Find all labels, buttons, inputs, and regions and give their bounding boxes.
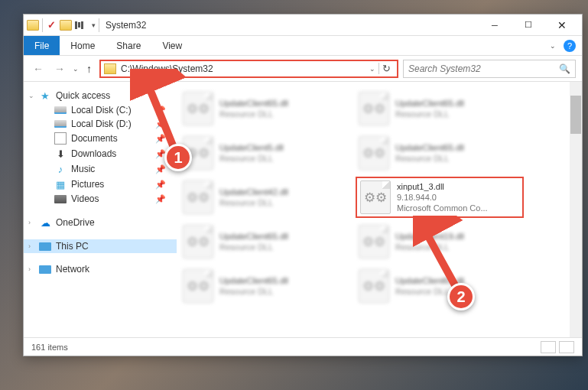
search-icon[interactable]: 🔍 xyxy=(559,63,570,74)
ribbon-tabs: File Home Share View ⌄ ? xyxy=(24,36,582,56)
dll-icon: ⚙⚙ xyxy=(183,225,213,258)
tab-share[interactable]: Share xyxy=(106,36,151,55)
file-type: Resource DLL xyxy=(219,153,284,164)
qat-dropdown-icon[interactable]: ▾ xyxy=(92,21,96,29)
file-item[interactable]: ⚙⚙UpdateClient65.dllResource DLL xyxy=(356,88,524,129)
minimize-button[interactable]: ─ xyxy=(478,15,512,36)
sidebar-onedrive[interactable]: ›☁OneDrive xyxy=(24,215,177,230)
address-folder-icon xyxy=(104,63,116,74)
file-name: UpdateClient65.dll xyxy=(219,275,288,286)
file-type: Resource DLL xyxy=(219,242,288,252)
dll-icon: ⚙⚙ xyxy=(359,225,389,258)
dll-icon: ⚙⚙ xyxy=(183,92,213,125)
file-item[interactable]: ⚙⚙xinput1_3.dll9.18.944.0Microsoft Commo… xyxy=(356,177,524,218)
sidebar-this-pc[interactable]: ›This PC xyxy=(24,239,177,253)
sidebar-music[interactable]: ♪Music📌 xyxy=(24,161,177,177)
scrollbar[interactable] xyxy=(570,82,582,337)
help-icon[interactable]: ? xyxy=(564,40,576,52)
ribbon-expand-icon[interactable]: ⌄ xyxy=(550,42,556,50)
file-item[interactable]: ⚙⚙UpdateClient42.dllResource DLL xyxy=(180,177,348,218)
file-name: UpdateClient19.dll xyxy=(395,231,464,242)
file-version: 9.18.944.0 xyxy=(397,192,488,203)
file-item[interactable]: ⚙⚙UpdateClient65.dllResource DLL xyxy=(180,221,348,262)
file-type: Resource DLL xyxy=(395,109,464,119)
sidebar-documents[interactable]: Documents📌 xyxy=(24,131,177,146)
history-dropdown-icon[interactable]: ⌄ xyxy=(73,65,79,73)
file-item[interactable]: ⚙⚙UpdateClient65.dllResource DLL xyxy=(180,88,348,129)
search-input[interactable] xyxy=(408,63,559,74)
file-type: Resource DLL xyxy=(219,109,288,119)
sidebar-item-label: Downloads xyxy=(71,148,116,159)
nav-toolbar: ← → ⌄ ↑ C:\Windows\System32 ⌄ ↻ 🔍 xyxy=(24,56,582,82)
maximize-button[interactable]: ☐ xyxy=(512,15,545,36)
sidebar-quick-access[interactable]: ⌄★Quick access xyxy=(24,88,177,103)
dll-icon: ⚙⚙ xyxy=(359,136,389,170)
pin-icon: 📌 xyxy=(155,119,172,129)
sidebar-downloads[interactable]: ⬇Downloads📌 xyxy=(24,146,177,161)
sidebar-item-label: Videos xyxy=(71,193,99,204)
file-name: UpdateClient65.dll xyxy=(219,98,288,109)
sidebar-item-label: Local Disk (D:) xyxy=(71,119,132,129)
file-type: Resource DLL xyxy=(395,153,464,164)
sidebar-item-label: Music xyxy=(71,164,95,174)
qat-properties-icon[interactable]: ✓ xyxy=(46,20,57,31)
dll-icon: ⚙⚙ xyxy=(183,269,213,303)
address-path[interactable]: C:\Windows\System32 xyxy=(121,63,366,74)
tab-file[interactable]: File xyxy=(24,36,60,55)
nav-pane: ⌄★Quick access Local Disk (C:)📌 Local Di… xyxy=(24,82,177,337)
qat-newfolder-icon[interactable] xyxy=(60,20,72,31)
file-item[interactable]: ⚙⚙UpdateClient19.dllResource DLL xyxy=(356,221,524,262)
refresh-button[interactable]: ↻ xyxy=(378,63,394,74)
file-item[interactable]: ⚙⚙UpdateClient65.dllResource DLL xyxy=(180,265,348,307)
explorer-window: ✓ ▾ System32 ─ ☐ ✕ File Home Share View … xyxy=(23,14,583,356)
annotation-callout-1: 1 xyxy=(164,144,192,171)
dll-icon: ⚙⚙ xyxy=(360,180,391,214)
address-bar[interactable]: C:\Windows\System32 ⌄ ↻ xyxy=(99,60,398,78)
sidebar-item-label: Network xyxy=(56,264,89,275)
sidebar-item-label: Documents xyxy=(71,133,118,144)
back-button[interactable]: ← xyxy=(30,63,47,75)
item-count: 161 items xyxy=(31,343,68,352)
dll-icon: ⚙⚙ xyxy=(359,92,389,125)
file-name: UpdateClient42.dll xyxy=(219,187,288,197)
close-button[interactable]: ✕ xyxy=(545,15,579,36)
file-type: Resource DLL xyxy=(219,197,288,208)
file-desc: Microsoft Common Co... xyxy=(397,203,488,213)
icons-view-button[interactable] xyxy=(559,341,574,353)
sidebar-drive-d[interactable]: Local Disk (D:)📌 xyxy=(24,117,177,131)
scrollbar-thumb[interactable] xyxy=(570,96,581,134)
search-box[interactable]: 🔍 xyxy=(403,60,576,78)
tab-home[interactable]: Home xyxy=(60,36,106,55)
dll-icon: ⚙⚙ xyxy=(359,269,389,303)
file-item[interactable]: ⚙⚙UpdateClient5.dllResource DLL xyxy=(180,132,348,174)
pin-icon: 📌 xyxy=(155,194,172,204)
pin-icon: 📌 xyxy=(155,134,172,144)
annotation-callout-2: 2 xyxy=(447,283,475,310)
sidebar-item-label: Pictures xyxy=(71,179,104,190)
address-dropdown-icon[interactable]: ⌄ xyxy=(366,65,378,73)
pin-icon: 📌 xyxy=(155,106,172,115)
tab-view[interactable]: View xyxy=(151,36,193,55)
sidebar-item-label: OneDrive xyxy=(56,217,95,228)
file-name: UpdateClient5.dll xyxy=(219,142,284,153)
forward-button[interactable]: → xyxy=(51,63,68,75)
sidebar-item-label: Quick access xyxy=(56,90,110,101)
sidebar-network[interactable]: ›Network xyxy=(24,262,177,276)
details-view-button[interactable] xyxy=(541,341,556,353)
up-button[interactable]: ↑ xyxy=(83,63,95,75)
file-name: xinput1_3.dll xyxy=(397,181,488,192)
file-item[interactable]: ⚙⚙UpdateClient65.dllResource DLL xyxy=(356,265,524,307)
file-type: Resource DLL xyxy=(219,286,288,297)
file-item[interactable]: ⚙⚙UpdateClient65.dllResource DLL xyxy=(356,132,524,174)
qat-folder-icon[interactable] xyxy=(27,20,39,31)
file-name: UpdateClient65.dll xyxy=(395,142,464,153)
sidebar-videos[interactable]: Videos📌 xyxy=(24,192,177,206)
qat-view-icon[interactable] xyxy=(75,20,89,31)
sidebar-drive-c[interactable]: Local Disk (C:)📌 xyxy=(24,103,177,117)
sidebar-pictures[interactable]: ▦Pictures📌 xyxy=(24,177,177,192)
file-list[interactable]: ⚙⚙UpdateClient65.dllResource DLL⚙⚙Update… xyxy=(177,82,582,337)
window-title: System32 xyxy=(106,20,146,31)
file-name: UpdateClient65.dll xyxy=(395,98,464,109)
status-bar: 161 items xyxy=(24,337,582,356)
file-type: Resource DLL xyxy=(395,242,464,252)
